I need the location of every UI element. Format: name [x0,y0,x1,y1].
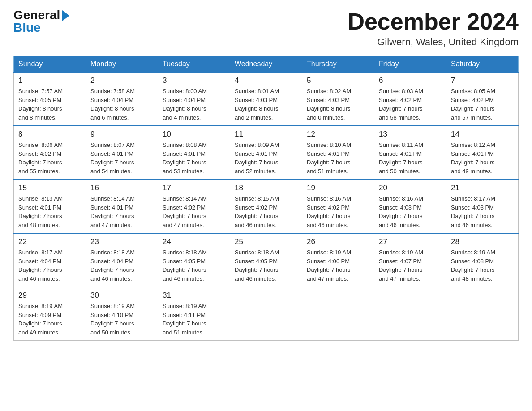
calendar-cell: 13Sunrise: 8:11 AM Sunset: 4:01 PM Dayli… [374,126,446,180]
day-info: Sunrise: 8:19 AM Sunset: 4:10 PM Dayligh… [90,302,153,337]
day-info: Sunrise: 8:09 AM Sunset: 4:01 PM Dayligh… [235,141,297,176]
calendar-cell: 10Sunrise: 8:08 AM Sunset: 4:01 PM Dayli… [158,126,230,180]
calendar-cell: 27Sunrise: 8:19 AM Sunset: 4:07 PM Dayli… [374,233,446,287]
calendar-cell: 28Sunrise: 8:19 AM Sunset: 4:08 PM Dayli… [446,233,519,287]
day-info: Sunrise: 8:08 AM Sunset: 4:01 PM Dayligh… [163,141,225,176]
column-header-tuesday: Tuesday [158,56,230,73]
day-info: Sunrise: 8:13 AM Sunset: 4:01 PM Dayligh… [18,194,81,229]
calendar-cell [302,287,374,341]
calendar-cell [374,287,446,341]
day-info: Sunrise: 8:19 AM Sunset: 4:07 PM Dayligh… [379,248,442,283]
calendar-cell: 19Sunrise: 8:16 AM Sunset: 4:02 PM Dayli… [302,180,374,233]
day-number: 11 [235,130,297,139]
calendar-header-row: SundayMondayTuesdayWednesdayThursdayFrid… [14,56,519,73]
calendar-cell: 23Sunrise: 8:18 AM Sunset: 4:04 PM Dayli… [86,233,158,287]
day-number: 20 [379,184,442,193]
calendar-cell: 30Sunrise: 8:19 AM Sunset: 4:10 PM Dayli… [86,287,158,341]
logo: General Blue [13,9,69,34]
day-info: Sunrise: 8:07 AM Sunset: 4:01 PM Dayligh… [90,141,153,176]
day-number: 15 [18,184,81,193]
calendar-week-row: 29Sunrise: 8:19 AM Sunset: 4:09 PM Dayli… [14,287,519,341]
day-info: Sunrise: 8:19 AM Sunset: 4:11 PM Dayligh… [163,302,225,337]
day-info: Sunrise: 7:57 AM Sunset: 4:05 PM Dayligh… [18,87,81,122]
day-number: 31 [163,291,225,300]
calendar-table: SundayMondayTuesdayWednesdayThursdayFrid… [13,56,519,341]
calendar-cell: 9Sunrise: 8:07 AM Sunset: 4:01 PM Daylig… [86,126,158,180]
calendar-cell [230,287,302,341]
column-header-sunday: Sunday [14,56,86,73]
day-number: 1 [18,76,81,85]
day-info: Sunrise: 8:10 AM Sunset: 4:01 PM Dayligh… [307,141,369,176]
day-number: 2 [90,76,153,85]
day-info: Sunrise: 8:12 AM Sunset: 4:01 PM Dayligh… [451,141,514,176]
calendar-cell: 15Sunrise: 8:13 AM Sunset: 4:01 PM Dayli… [14,180,86,233]
calendar-cell: 21Sunrise: 8:17 AM Sunset: 4:03 PM Dayli… [446,180,519,233]
day-info: Sunrise: 8:05 AM Sunset: 4:02 PM Dayligh… [451,87,514,122]
calendar-cell: 2Sunrise: 7:58 AM Sunset: 4:04 PM Daylig… [86,72,158,126]
day-number: 23 [90,237,153,246]
calendar-cell: 24Sunrise: 8:18 AM Sunset: 4:05 PM Dayli… [158,233,230,287]
page-header: General Blue December 2024 Gilwern, Wale… [13,9,519,48]
calendar-week-row: 22Sunrise: 8:17 AM Sunset: 4:04 PM Dayli… [14,233,519,287]
logo-general-text: General [13,9,60,21]
calendar-cell [446,287,519,341]
calendar-cell: 22Sunrise: 8:17 AM Sunset: 4:04 PM Dayli… [14,233,86,287]
day-number: 28 [451,237,514,246]
month-title: December 2024 [348,9,519,34]
calendar-week-row: 8Sunrise: 8:06 AM Sunset: 4:02 PM Daylig… [14,126,519,180]
day-number: 27 [379,237,442,246]
day-info: Sunrise: 7:58 AM Sunset: 4:04 PM Dayligh… [90,87,153,122]
day-number: 24 [163,237,225,246]
column-header-monday: Monday [86,56,158,73]
calendar-cell: 14Sunrise: 8:12 AM Sunset: 4:01 PM Dayli… [446,126,519,180]
calendar-cell: 6Sunrise: 8:03 AM Sunset: 4:02 PM Daylig… [374,72,446,126]
day-number: 19 [307,184,369,193]
day-number: 4 [235,76,297,85]
day-info: Sunrise: 8:06 AM Sunset: 4:02 PM Dayligh… [18,141,81,176]
calendar-cell: 5Sunrise: 8:02 AM Sunset: 4:03 PM Daylig… [302,72,374,126]
day-number: 5 [307,76,369,85]
calendar-cell: 3Sunrise: 8:00 AM Sunset: 4:04 PM Daylig… [158,72,230,126]
day-info: Sunrise: 8:16 AM Sunset: 4:02 PM Dayligh… [307,194,369,229]
calendar-week-row: 15Sunrise: 8:13 AM Sunset: 4:01 PM Dayli… [14,180,519,233]
calendar-cell: 8Sunrise: 8:06 AM Sunset: 4:02 PM Daylig… [14,126,86,180]
calendar-cell: 7Sunrise: 8:05 AM Sunset: 4:02 PM Daylig… [446,72,519,126]
day-number: 17 [163,184,225,193]
day-number: 25 [235,237,297,246]
day-info: Sunrise: 8:15 AM Sunset: 4:02 PM Dayligh… [235,194,297,229]
day-info: Sunrise: 8:16 AM Sunset: 4:03 PM Dayligh… [379,194,442,229]
day-info: Sunrise: 8:00 AM Sunset: 4:04 PM Dayligh… [163,87,225,122]
day-info: Sunrise: 8:03 AM Sunset: 4:02 PM Dayligh… [379,87,442,122]
day-info: Sunrise: 8:18 AM Sunset: 4:05 PM Dayligh… [163,248,225,283]
day-info: Sunrise: 8:01 AM Sunset: 4:03 PM Dayligh… [235,87,297,122]
calendar-cell: 4Sunrise: 8:01 AM Sunset: 4:03 PM Daylig… [230,72,302,126]
day-number: 9 [90,130,153,139]
calendar-cell: 17Sunrise: 8:14 AM Sunset: 4:02 PM Dayli… [158,180,230,233]
calendar-cell: 16Sunrise: 8:14 AM Sunset: 4:01 PM Dayli… [86,180,158,233]
day-number: 16 [90,184,153,193]
day-info: Sunrise: 8:19 AM Sunset: 4:06 PM Dayligh… [307,248,369,283]
location-subtitle: Gilwern, Wales, United Kingdom [348,36,519,48]
day-number: 14 [451,130,514,139]
calendar-cell: 1Sunrise: 7:57 AM Sunset: 4:05 PM Daylig… [14,72,86,126]
calendar-cell: 29Sunrise: 8:19 AM Sunset: 4:09 PM Dayli… [14,287,86,341]
day-info: Sunrise: 8:02 AM Sunset: 4:03 PM Dayligh… [307,87,369,122]
calendar-cell: 25Sunrise: 8:18 AM Sunset: 4:05 PM Dayli… [230,233,302,287]
day-info: Sunrise: 8:11 AM Sunset: 4:01 PM Dayligh… [379,141,442,176]
calendar-cell: 12Sunrise: 8:10 AM Sunset: 4:01 PM Dayli… [302,126,374,180]
day-info: Sunrise: 8:17 AM Sunset: 4:03 PM Dayligh… [451,194,514,229]
day-info: Sunrise: 8:19 AM Sunset: 4:08 PM Dayligh… [451,248,514,283]
calendar-cell: 26Sunrise: 8:19 AM Sunset: 4:06 PM Dayli… [302,233,374,287]
column-header-thursday: Thursday [302,56,374,73]
calendar-cell: 11Sunrise: 8:09 AM Sunset: 4:01 PM Dayli… [230,126,302,180]
day-number: 3 [163,76,225,85]
calendar-cell: 18Sunrise: 8:15 AM Sunset: 4:02 PM Dayli… [230,180,302,233]
day-number: 29 [18,291,81,300]
day-number: 21 [451,184,514,193]
day-info: Sunrise: 8:17 AM Sunset: 4:04 PM Dayligh… [18,248,81,283]
logo-blue-text: Blue [13,21,41,34]
column-header-saturday: Saturday [446,56,519,73]
day-number: 7 [451,76,514,85]
day-info: Sunrise: 8:18 AM Sunset: 4:05 PM Dayligh… [235,248,297,283]
calendar-week-row: 1Sunrise: 7:57 AM Sunset: 4:05 PM Daylig… [14,72,519,126]
